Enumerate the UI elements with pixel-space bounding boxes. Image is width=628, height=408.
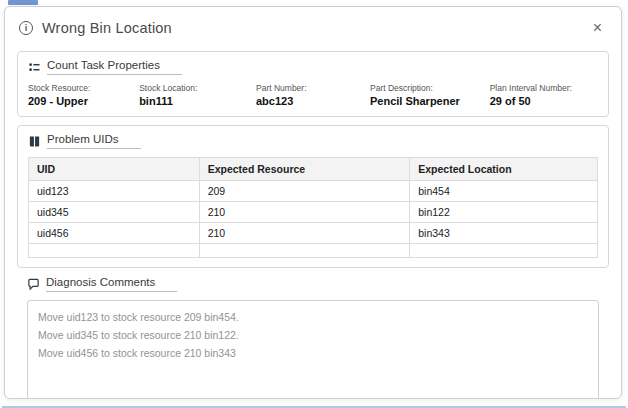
diagnosis-comments-header: Diagnosis Comments xyxy=(27,276,599,292)
field-stock-location: Stock Location: bin111 xyxy=(139,83,256,107)
cell-expected-location xyxy=(410,244,598,258)
section-title-diagnosis: Diagnosis Comments xyxy=(46,276,177,292)
problem-uids-header: Problem UIDs xyxy=(28,133,598,149)
field-value: 209 - Upper xyxy=(28,95,133,107)
properties-fields: Stock Resource: 209 - Upper Stock Locati… xyxy=(28,83,598,107)
cell-expected-location: bin343 xyxy=(410,223,598,244)
col-header-expected-resource: Expected Resource xyxy=(199,158,410,181)
cell-uid: uid456 xyxy=(29,223,200,244)
dialog-header: i Wrong Bin Location × xyxy=(5,7,621,43)
cell-expected-location: bin454 xyxy=(410,181,598,202)
count-task-properties-card: Count Task Properties Stock Resource: 20… xyxy=(17,51,609,117)
cell-expected-resource: 210 xyxy=(199,202,410,223)
col-header-uid: UID xyxy=(29,158,200,181)
wrong-bin-location-dialog: i Wrong Bin Location × Count Task Proper… xyxy=(4,6,622,399)
cell-uid xyxy=(29,244,200,258)
problem-uids-table: UID Expected Resource Expected Location … xyxy=(28,157,598,258)
cell-expected-resource xyxy=(199,244,410,258)
diagnosis-comments-section: Diagnosis Comments Move uid123 to stock … xyxy=(27,276,599,399)
comment-icon xyxy=(27,278,40,291)
field-stock-resource: Stock Resource: 209 - Upper xyxy=(28,83,139,107)
table-row-empty xyxy=(29,244,598,258)
clipped-background-link xyxy=(8,0,38,5)
diagnosis-comments-textarea[interactable]: Move uid123 to stock resource 209 bin454… xyxy=(27,300,599,399)
table-row: uid345 210 bin122 xyxy=(29,202,598,223)
table-header-row: UID Expected Resource Expected Location xyxy=(29,158,598,181)
table-row: uid456 210 bin343 xyxy=(29,223,598,244)
field-value: Pencil Sharpener xyxy=(370,95,484,107)
close-icon[interactable]: × xyxy=(589,18,606,38)
info-icon: i xyxy=(19,21,33,35)
field-part-description: Part Description: Pencil Sharpener xyxy=(370,83,490,107)
list-settings-icon xyxy=(28,61,41,74)
field-label: Stock Resource: xyxy=(28,83,133,93)
field-label: Stock Location: xyxy=(139,83,250,93)
count-task-properties-header: Count Task Properties xyxy=(28,59,598,75)
dialog-content: Count Task Properties Stock Resource: 20… xyxy=(5,43,621,399)
col-header-expected-location: Expected Location xyxy=(410,158,598,181)
table-row: uid123 209 bin454 xyxy=(29,181,598,202)
field-plan-interval-number: Plan Interval Number: 29 of 50 xyxy=(490,83,598,107)
section-title-problem-uids: Problem UIDs xyxy=(47,133,141,149)
cell-expected-resource: 210 xyxy=(199,223,410,244)
book-icon xyxy=(28,135,41,148)
problem-uids-card: Problem UIDs UID Expected Resource Expec… xyxy=(17,125,609,268)
cell-uid: uid345 xyxy=(29,202,200,223)
cell-expected-resource: 209 xyxy=(199,181,410,202)
cell-uid: uid123 xyxy=(29,181,200,202)
field-part-number: Part Number: abc123 xyxy=(256,83,370,107)
field-label: Plan Interval Number: xyxy=(490,83,592,93)
section-title-properties: Count Task Properties xyxy=(47,59,182,75)
field-label: Part Description: xyxy=(370,83,484,93)
field-label: Part Number: xyxy=(256,83,364,93)
field-value: bin111 xyxy=(139,95,250,107)
field-value: abc123 xyxy=(256,95,364,107)
field-value: 29 of 50 xyxy=(490,95,592,107)
cell-expected-location: bin122 xyxy=(410,202,598,223)
dialog-title: Wrong Bin Location xyxy=(42,20,172,36)
